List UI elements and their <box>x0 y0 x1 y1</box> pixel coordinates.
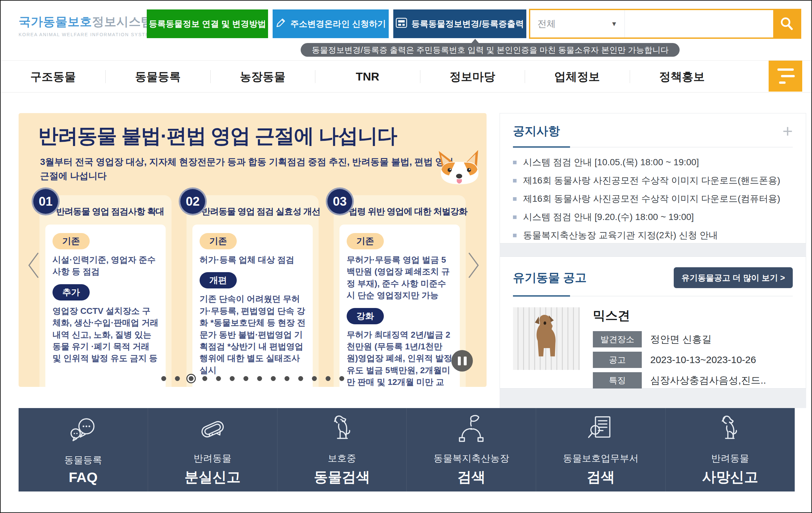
adoption-title: 유기동물 공고 <box>513 270 587 286</box>
carousel-dot[interactable] <box>271 376 276 381</box>
carousel-dot[interactable] <box>216 376 221 381</box>
notices-header: 공지사항 + <box>513 123 793 139</box>
card-number-badge: 01 <box>32 187 60 215</box>
carousel-pause-button[interactable] <box>451 350 473 371</box>
notices-title: 공지사항 <box>513 123 560 139</box>
info-value: 심장사상충검사음성,진드.. <box>650 374 766 387</box>
banner-card-2: 02 반려동물 영업 점검 실효성 개선 기존 허가·등록 업체 대상 점검 개… <box>186 195 319 387</box>
carousel-dots <box>161 376 344 381</box>
quick-item-animal-registration-faq[interactable]: 동물등록 FAQ <box>19 408 148 491</box>
notices-panel: 공지사항 + 시스템 점검 안내 [10.05.(목) 18:00 ~ 19:0… <box>500 113 806 243</box>
chevron-down-icon: ▼ <box>611 20 617 28</box>
nav-item-farm-animals[interactable]: 농장동물 <box>210 61 315 92</box>
quick-item-line2: 분실신고 <box>184 468 241 487</box>
pet-info-link-label: 등록동물정보 연결 및 변경방법 <box>149 18 266 30</box>
banner-card-1: 01 반려동물 영업 점검사항 확대 기존 시설·인력기준, 영업자 준수 사항… <box>39 195 172 387</box>
nav-item-rescue-animals[interactable]: 구조동물 <box>1 61 105 92</box>
notice-list: 시스템 점검 안내 [10.05.(목) 18:00 ~ 19:00] 제16회… <box>513 153 793 244</box>
card-title: 법령 위반 영업에 대한 처벌강화 <box>349 206 460 217</box>
main-banner-slide[interactable]: 반려동물 불법·편법 영업 근절에 나섭니다 3월부터 전국 영업장 대상, 지… <box>19 113 487 387</box>
card-body: 기존 허가·등록 업체 대상 점검 개편 기존 단속이 어려웠던 무허가·무등록… <box>193 224 313 387</box>
pet-collar-icon <box>196 413 229 446</box>
tag-existing: 기존 <box>53 233 90 249</box>
search-input[interactable] <box>625 10 773 37</box>
animal-name: 믹스견 <box>593 307 766 324</box>
bullet-icon <box>513 161 517 164</box>
search-icon <box>779 16 794 32</box>
site-logo-title: 국가동물보호정보시스템 <box>19 14 153 30</box>
page: 국가동물보호정보시스템 KOREA ANIMAL WELFARE INFORMA… <box>0 0 812 513</box>
carousel-dot[interactable] <box>312 376 317 381</box>
nav-item-policy-promo[interactable]: 정책홍보 <box>630 61 734 92</box>
carousel-dot[interactable] <box>257 376 262 381</box>
notice-item[interactable]: 동물복지축산농장 교육기관 지정(2차) 신청 안내 <box>513 226 793 244</box>
card-text: 기존 단속이 어려웠던 무허가·무등록, 편법영업 단속 강화 *동물보호단체 … <box>200 293 306 376</box>
adoption-panel: 유기동물 공고 유기동물공고 더 많이 보기 > 믹스견 발견장소 <box>500 256 806 389</box>
notice-item[interactable]: 제16회 동물사랑 사진공모전 수상작 이미지 다운로드(컴퓨터용) <box>513 190 793 208</box>
carousel-dot[interactable] <box>175 376 180 381</box>
notice-text: 동물복지축산농장 교육기관 지정(2차) 신청 안내 <box>523 229 718 242</box>
nav-item-info-plaza[interactable]: 정보마당 <box>420 61 525 92</box>
quick-item-sheltered-animal-search[interactable]: 보호중 동물검색 <box>277 408 407 491</box>
quick-item-line2: 동물검색 <box>314 468 370 487</box>
owner-auth-tooltip: 동물정보변경/등록증 출력은 주민등록번호 입력 및 본인인증을 마친 동물소유… <box>301 43 679 57</box>
card-text: 영업장 CCTV 설치장소 구체화, 생산·수입·판매업 거래내역 신고, 노화… <box>53 305 158 364</box>
header-quick-buttons: 등록동물정보 연결 및 변경방법 주소변경온라인 신청하기 등록동물정보변경/등… <box>147 9 526 38</box>
carousel-next-icon[interactable] <box>467 251 480 280</box>
carousel-prev-icon[interactable] <box>27 251 40 280</box>
info-label-found-place: 발견장소 <box>593 331 642 348</box>
quick-item-line2: 검색 <box>457 468 485 487</box>
carousel-dot[interactable] <box>230 376 234 381</box>
info-row: 공고 2023-10-13~2023-10-26 <box>593 352 766 368</box>
carousel-dot[interactable] <box>325 376 330 381</box>
main-nav: 구조동물 동물등록 농장동물 TNR 정보마당 업체정보 정책홍보 <box>1 60 811 93</box>
nav-item-business-info[interactable]: 업체정보 <box>525 61 629 92</box>
nav-item-tnr[interactable]: TNR <box>315 61 420 92</box>
document-search-icon <box>584 413 617 446</box>
quick-item-pet-lost-report[interactable]: 반려동물 분실신고 <box>148 408 277 491</box>
search-category-select[interactable]: 전체 ▼ <box>530 10 625 37</box>
animal-info: 믹스견 발견장소 정안면 신흥길 공고 2023-10-13~2023-10-2… <box>593 307 766 389</box>
search-button[interactable] <box>773 10 800 37</box>
notice-item[interactable]: 시스템 점검 안내 [10.05.(목) 18:00 ~ 19:00] <box>513 153 793 172</box>
address-change-button[interactable]: 주소변경온라인 신청하기 <box>272 9 389 38</box>
site-logo[interactable]: 국가동물보호정보시스템 KOREA ANIMAL WELFARE INFORMA… <box>19 14 153 37</box>
section-divider <box>513 147 793 147</box>
section-divider <box>513 296 793 296</box>
quick-item-line2: 검색 <box>587 468 615 487</box>
nav-item-animal-registration[interactable]: 동물등록 <box>105 61 210 92</box>
right-column: 공지사항 + 시스템 점검 안내 [10.05.(목) 18:00 ~ 19:0… <box>500 113 806 408</box>
logo-title-gray: 정보시스템 <box>92 15 153 28</box>
carousel-dot[interactable] <box>188 376 193 381</box>
carousel-dot[interactable] <box>243 376 248 381</box>
banner-title: 반려동물 불법·편법 영업 근절에 나섭니다 <box>38 122 397 150</box>
adoption-more-button[interactable]: 유기동물공고 더 많이 보기 > <box>674 267 793 288</box>
animal-photo[interactable] <box>513 307 580 370</box>
registration-print-label: 등록동물정보변경/등록증출력 <box>411 18 524 30</box>
notice-item[interactable]: 시스템 점검 안내 [9.20.(수) 18:00 ~ 19:00] <box>513 208 793 226</box>
quick-item-protection-dept-search[interactable]: 동물보호업무부서 검색 <box>536 408 665 491</box>
adoption-content[interactable]: 믹스견 발견장소 정안면 신흥길 공고 2023-10-13~2023-10-2… <box>513 307 793 389</box>
pet-info-link-button[interactable]: 등록동물정보 연결 및 변경방법 <box>147 9 268 38</box>
quick-item-line1: 동물등록 <box>64 454 102 467</box>
printer-icon <box>396 17 407 31</box>
carousel-dot[interactable] <box>161 376 166 381</box>
tag-existing: 기존 <box>200 233 237 249</box>
registration-print-button[interactable]: 등록동물정보변경/등록증출력 <box>393 9 526 38</box>
quick-item-pet-death-report[interactable]: 반려동물 사망신고 <box>665 408 795 491</box>
quick-item-welfare-farm-search[interactable]: 동물복지축산농장 검색 <box>406 408 536 491</box>
info-label-features: 특징 <box>593 372 642 389</box>
carousel-dot[interactable] <box>202 376 207 381</box>
carousel-dot[interactable] <box>284 376 289 381</box>
carousel-dot[interactable] <box>298 376 303 381</box>
quick-item-line1: 반려동물 <box>711 452 749 465</box>
plus-icon[interactable]: + <box>782 124 793 138</box>
main-nav-items: 구조동물 동물등록 농장동물 TNR 정보마당 업체정보 정책홍보 <box>1 61 734 92</box>
menu-hamburger-icon[interactable] <box>768 61 802 92</box>
address-change-label: 주소변경온라인 신청하기 <box>290 18 386 30</box>
quick-item-line1: 보호중 <box>328 452 356 465</box>
card-title: 반려동물 영업 점검사항 확대 <box>55 206 166 217</box>
site-logo-subtitle: KOREA ANIMAL WELFARE INFORMATION SYSTEM <box>19 32 153 37</box>
carousel-dot[interactable] <box>339 376 344 381</box>
notice-item[interactable]: 제16회 동물사랑 사진공모전 수상작 이미지 다운로드(핸드폰용) <box>513 172 793 190</box>
